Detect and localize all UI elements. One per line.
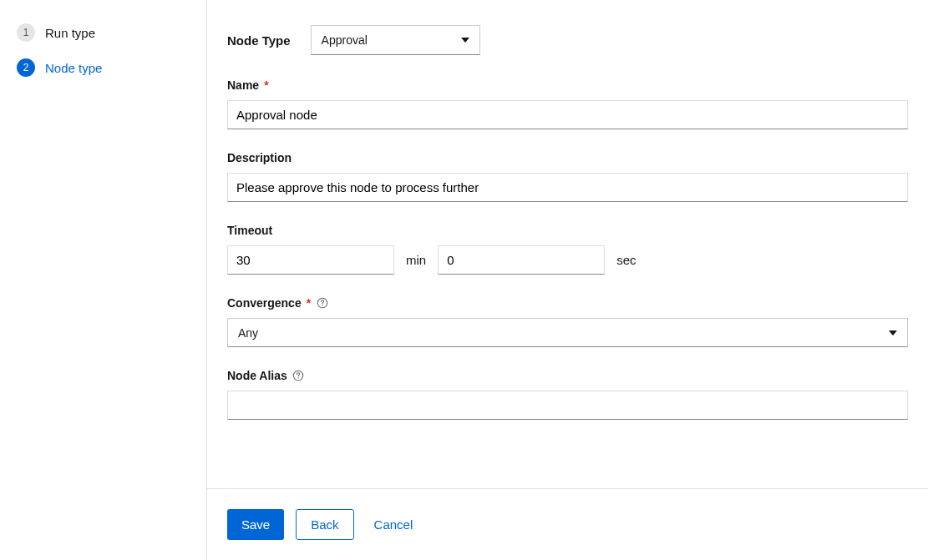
back-button[interactable]: Back bbox=[296, 509, 353, 540]
caret-down-icon bbox=[889, 330, 897, 335]
convergence-value: Any bbox=[238, 326, 258, 340]
timeout-min-unit: min bbox=[406, 253, 426, 267]
caret-down-icon bbox=[461, 38, 469, 43]
convergence-select[interactable]: Any bbox=[227, 318, 908, 347]
required-indicator: * bbox=[307, 296, 311, 310]
name-input[interactable] bbox=[227, 100, 908, 129]
step-label: Run type bbox=[45, 26, 95, 40]
step-label: Node type bbox=[45, 61, 102, 75]
help-icon[interactable] bbox=[292, 370, 305, 382]
wizard-step-node-type[interactable]: 2 Node type bbox=[17, 58, 190, 77]
description-label: Description bbox=[227, 151, 292, 164]
step-number-badge: 1 bbox=[17, 23, 35, 42]
timeout-sec-unit: sec bbox=[616, 253, 636, 267]
node-alias-input[interactable] bbox=[227, 391, 908, 420]
node-alias-label: Node Alias bbox=[227, 369, 287, 382]
timeout-label: Timeout bbox=[227, 224, 272, 237]
node-type-value: Approval bbox=[322, 33, 368, 47]
footer-actions: Save Back Cancel bbox=[207, 488, 928, 560]
svg-point-3 bbox=[298, 377, 299, 378]
convergence-label: Convergence bbox=[227, 296, 302, 310]
form-area: Node Type Approval Name * Description bbox=[207, 0, 928, 488]
node-type-label: Node Type bbox=[227, 33, 291, 48]
node-type-select[interactable]: Approval bbox=[311, 25, 480, 55]
timeout-min-input[interactable] bbox=[227, 245, 394, 275]
wizard-step-run-type[interactable]: 1 Run type bbox=[17, 23, 190, 42]
name-label: Name bbox=[227, 78, 259, 92]
step-number-badge: 2 bbox=[17, 58, 35, 77]
cancel-button[interactable]: Cancel bbox=[366, 509, 422, 540]
svg-point-1 bbox=[322, 305, 322, 305]
help-icon[interactable] bbox=[316, 297, 328, 310]
main-panel: Node Type Approval Name * Description bbox=[206, 0, 928, 560]
timeout-sec-input[interactable] bbox=[438, 245, 605, 275]
description-input[interactable] bbox=[227, 173, 908, 202]
required-indicator: * bbox=[264, 78, 268, 92]
wizard-sidebar: 1 Run type 2 Node type bbox=[0, 0, 206, 560]
save-button[interactable]: Save bbox=[227, 509, 284, 540]
